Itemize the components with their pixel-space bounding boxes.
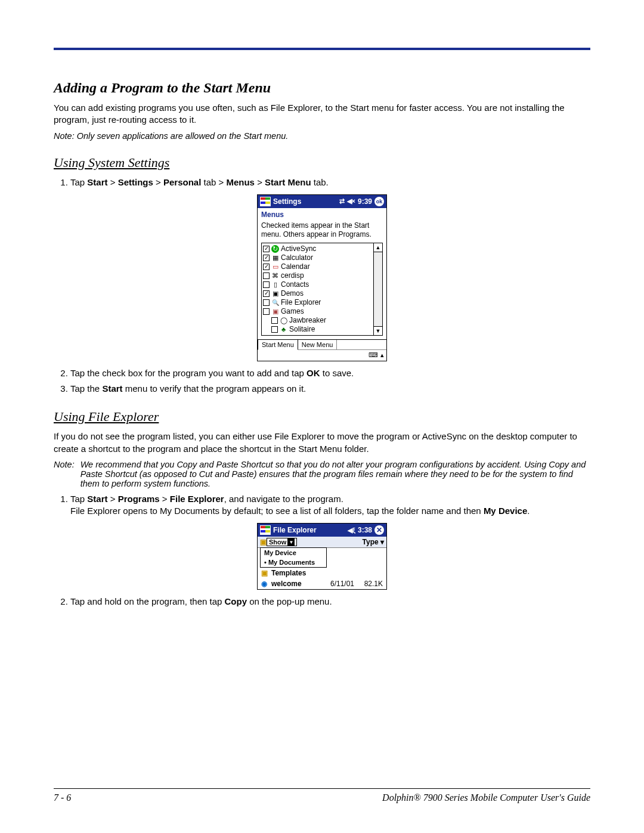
note-seven-apps: Note: Only seven applications are allowe… [54, 131, 590, 141]
games-icon [271, 308, 279, 315]
step-3: Tap the Start menu to verify that the pr… [70, 383, 590, 395]
chevron-down-icon: ▾ [380, 538, 384, 546]
checkbox[interactable] [271, 326, 278, 333]
steps-file-explorer: Tap Start > Programs > File Explorer, an… [54, 493, 590, 518]
menus-label: Menus [258, 208, 386, 220]
checkbox[interactable] [263, 299, 270, 306]
chevron-down-icon: ▼ [287, 538, 295, 546]
checkbox[interactable] [263, 264, 270, 270]
tab-start-menu[interactable]: Start Menu [258, 340, 298, 350]
scroll-up-icon[interactable]: ▲ [374, 243, 382, 252]
scroll-down-icon[interactable]: ▼ [374, 326, 382, 335]
page-footer: 7 - 6 Dolphin® 7900 Series Mobile Comput… [54, 788, 590, 803]
list-item[interactable]: ↻ActiveSync [263, 244, 372, 253]
list-item[interactable]: Jawbreaker [263, 316, 372, 325]
list-item[interactable]: cerdisp [263, 271, 372, 280]
speaker-icon: ◀× [347, 197, 355, 205]
list-item[interactable]: Games [263, 307, 372, 316]
calendar-icon [271, 263, 279, 271]
list-item[interactable]: File Explorer [263, 298, 372, 307]
file-size: 82.1K [354, 580, 383, 588]
heading-file-explorer: Using File Explorer [54, 409, 590, 425]
steps-system-settings: Tap Start > Settings > Personal tab > Me… [54, 176, 590, 188]
menu-my-documents[interactable]: • My Documents [261, 558, 326, 567]
note-copy-paste: Note: We recommend that you Copy and Pas… [54, 460, 590, 488]
program-list: ↻ActiveSync Calculator Calendar cerdisp … [261, 243, 383, 336]
jawbreaker-icon [280, 317, 287, 324]
connectivity-icon: ⇄ [339, 197, 345, 205]
file-date: 6/11/01 [330, 580, 354, 588]
bottom-bar: ⌨▴ [258, 349, 386, 361]
top-rule [54, 48, 590, 50]
menus-description: Checked items appear in the Start menu. … [258, 220, 386, 243]
fe-step-2: Tap and hold on the program, then tap Co… [70, 596, 590, 608]
settings-screenshot: Settings ⇄ ◀× 9:39 ok Menus Checked item… [257, 194, 387, 361]
contacts-icon [271, 281, 279, 289]
scrollbar[interactable]: ▲ ▼ [373, 243, 382, 335]
list-item[interactable]: Calendar [263, 262, 372, 271]
tab-bar: Start Menu New Menu [258, 339, 386, 349]
tab-new-menu[interactable]: New Menu [298, 340, 338, 349]
heading-system-settings: Using System Settings [54, 155, 590, 171]
windows-flag-icon [260, 197, 271, 206]
steps-system-settings-cont: Tap the check box for the program you wa… [54, 367, 590, 395]
intro-paragraph: You can add existing programs you use of… [54, 102, 590, 126]
page-number: 7 - 6 [54, 792, 71, 803]
checkbox[interactable] [263, 281, 270, 288]
guide-title: Dolphin® 7900 Series Mobile Computer Use… [382, 792, 590, 803]
keyboard-icon[interactable]: ⌨ [369, 351, 378, 359]
settings-titlebar: Settings ⇄ ◀× 9:39 ok [258, 195, 386, 208]
list-item[interactable]: Demos [263, 289, 372, 298]
fe-titlebar: File Explorer ◀ξ 3:38 ✕ [258, 524, 386, 537]
clock: 9:39 [358, 197, 372, 206]
file-explorer-icon [271, 299, 279, 306]
chevron-up-icon[interactable]: ▴ [380, 351, 384, 359]
list-item[interactable]: Calculator [263, 253, 372, 262]
checkbox[interactable] [263, 308, 270, 315]
checkbox[interactable] [271, 317, 278, 324]
heading-adding-program: Adding a Program to the Start Menu [54, 80, 590, 96]
file-explorer-screenshot: File Explorer ◀ξ 3:38 ✕ ▣ Show ▼ Type ▾ … [257, 523, 387, 590]
clock: 3:38 [358, 526, 372, 534]
speaker-icon: ◀ξ [348, 527, 355, 534]
step-2: Tap the check box for the program you wa… [70, 367, 590, 379]
fe-title: File Explorer [273, 526, 317, 534]
close-button[interactable]: ✕ [374, 525, 384, 535]
step-1: Tap Start > Settings > Personal tab > Me… [70, 176, 590, 188]
file-explorer-intro: If you do not see the program listed, yo… [54, 431, 590, 455]
demos-icon [271, 290, 279, 298]
fe-toolbar: ▣ Show ▼ Type ▾ [258, 537, 386, 548]
menu-my-device[interactable]: My Device [261, 548, 326, 558]
folder-icon: ▣ [261, 569, 270, 577]
list-item[interactable]: Contacts [263, 280, 372, 289]
checkbox[interactable] [263, 255, 270, 261]
fe-row-templates[interactable]: ▣ Templates [258, 568, 386, 578]
cerdisp-icon [271, 272, 279, 280]
checkbox[interactable] [263, 246, 270, 252]
checkbox[interactable] [263, 290, 270, 297]
fe-step-1: Tap Start > Programs > File Explorer, an… [70, 493, 590, 518]
folder-dropdown-menu[interactable]: My Device • My Documents [260, 547, 327, 568]
steps-file-explorer-cont: Tap and hold on the program, then tap Co… [54, 596, 590, 608]
html-file-icon: ◉ [261, 580, 270, 588]
windows-flag-icon [260, 525, 271, 535]
type-sort[interactable]: Type ▾ [363, 538, 384, 546]
folder-icon: ▣ [260, 538, 267, 546]
list-item[interactable]: Solitaire [263, 325, 372, 334]
calculator-icon [271, 254, 279, 262]
show-dropdown[interactable]: Show ▼ [267, 538, 297, 546]
activesync-icon: ↻ [271, 245, 279, 253]
settings-title: Settings [273, 197, 301, 206]
solitaire-icon [280, 326, 287, 333]
ok-button[interactable]: ok [374, 197, 384, 206]
checkbox[interactable] [263, 272, 270, 279]
fe-row-welcome[interactable]: ◉ welcome 6/11/01 82.1K [258, 578, 386, 589]
